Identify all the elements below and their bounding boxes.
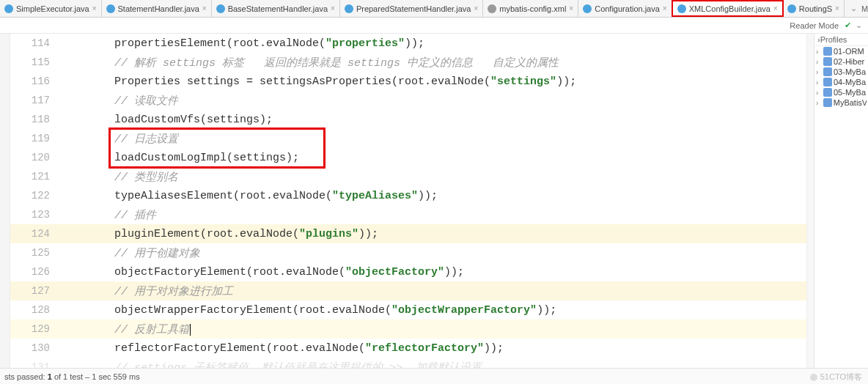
watermark-icon [810,374,817,381]
editor-tab[interactable]: PreparedStatementHandler.java× [340,0,483,17]
close-icon[interactable]: × [569,4,573,12]
editor-tab[interactable]: RoutingS× [783,0,845,17]
code-line[interactable]: 122 typeAliasesElement(root.evalNode("ty… [10,186,814,205]
line-number: 124 [10,228,75,240]
close-icon[interactable]: × [331,4,335,12]
sidebar-item[interactable]: ›01-ORM [814,46,868,56]
code-line[interactable]: 130 reflectorFactoryElement(root.evalNod… [10,339,814,358]
sidebar-item[interactable]: ›05-MyBa [814,87,868,97]
sidebar-item[interactable]: ›02-Hiber [814,56,868,67]
maven-tool-label[interactable]: Maven [861,4,868,13]
line-number: 114 [10,37,75,49]
line-number: 117 [10,95,75,106]
chevron-down-icon[interactable]: ⌄ [856,21,862,30]
sidebar-header-label: Profiles [820,35,847,44]
close-icon[interactable]: × [92,4,97,12]
chevron-right-icon[interactable]: › [816,68,823,76]
project-sidebar: › Profiles ›01-ORM›02-Hiber›03-MyBa›04-M… [814,34,868,368]
editor-tab-bar: SimpleExecutor.java×StatementHandler.jav… [0,0,868,18]
reader-mode-label[interactable]: Reader Mode [790,21,839,30]
code-text[interactable]: propertiesElement(root.evalNode("propert… [75,37,424,50]
close-icon[interactable]: × [773,4,778,12]
sidebar-item-label: 01-ORM [834,47,864,56]
code-text[interactable]: loadCustomVfs(settings); [75,114,273,126]
code-editor[interactable]: 114 propertiesElement(root.evalNode("pro… [10,34,814,368]
code-line[interactable]: 127 // 用于对对象进行加工 [10,281,814,300]
code-text[interactable]: // 读取文件 [75,94,178,108]
module-icon [823,88,832,97]
java-class-icon [345,4,353,13]
code-line[interactable]: 115 // 解析 settings 标签 返回的结果就是 settings 中… [10,53,814,72]
close-icon[interactable]: × [202,4,207,12]
code-line[interactable]: 129 // 反射工具箱 [10,320,814,339]
editor-tab-label: SimpleExecutor.java [16,4,89,13]
close-icon[interactable]: × [663,4,667,12]
editor-tab-label: BaseStatementHandler.java [228,4,328,13]
code-text[interactable]: objectWrapperFactoryElement(root.evalNod… [75,304,556,317]
code-text[interactable]: // settings 子标签赋值 默认值就是在这里提供的 >> 加载默认设置 [75,361,482,369]
editor-tab[interactable]: mybatis-config.xml× [483,0,578,17]
code-text[interactable]: // 反射工具箱 [75,322,191,336]
close-icon[interactable]: × [835,4,839,12]
code-line[interactable]: 124 pluginElement(root.evalNode("plugins… [10,224,814,243]
code-line[interactable]: 118 loadCustomVfs(settings); [10,110,814,129]
java-class-icon [583,4,592,13]
code-line[interactable]: 128 objectWrapperFactoryElement(root.eva… [10,300,814,320]
module-icon [823,67,832,76]
code-line[interactable]: 126 objectFactoryElement(root.evalNode("… [10,262,814,281]
chevron-right-icon[interactable]: › [816,99,823,107]
code-text[interactable]: // 用于创建对象 [75,246,200,260]
chevron-right-icon[interactable]: › [816,89,823,97]
code-line[interactable]: 121 // 类型别名 [10,167,814,186]
gutter-collapse-strip[interactable] [0,34,10,368]
chevron-right-icon[interactable]: › [816,48,823,56]
code-line[interactable]: 116 Properties settings = settingsAsProp… [10,72,814,91]
code-line[interactable]: 131 // settings 子标签赋值 默认值就是在这里提供的 >> 加载默… [10,358,814,368]
code-text[interactable]: typeAliasesElement(root.evalNode("typeAl… [75,190,438,202]
error-stripe[interactable] [806,34,814,368]
status-bar: sts passed: 1 of 1 test – 1 sec 559 ms 5… [0,368,868,384]
code-text[interactable]: // 用于对对象进行加工 [75,284,233,298]
code-text[interactable]: objectFactoryElement(root.evalNode("obje… [75,266,464,278]
line-number: 119 [10,133,75,144]
code-line[interactable]: 119 // 日志设置 [10,129,814,148]
editor-tab[interactable]: StatementHandler.java× [102,0,212,17]
line-number: 118 [10,114,75,125]
code-line[interactable]: 120 loadCustomLogImpl(settings); [10,148,814,167]
code-line[interactable]: 123 // 插件 [10,205,814,224]
text-caret [190,324,191,336]
line-number: 122 [10,190,75,202]
java-class-icon [677,4,686,13]
code-line[interactable]: 125 // 用于创建对象 [10,243,814,262]
sidebar-item[interactable]: ›MyBatisV [814,97,868,108]
line-number: 116 [10,75,75,87]
code-line[interactable]: 114 propertiesElement(root.evalNode("pro… [10,34,814,53]
code-text[interactable]: loadCustomLogImpl(settings); [75,152,299,164]
sidebar-item[interactable]: ›03-MyBa [814,67,868,77]
code-text[interactable]: // 日志设置 [75,132,178,146]
code-line[interactable]: 117 // 读取文件 [10,91,814,110]
close-icon[interactable]: × [474,4,478,12]
code-text[interactable]: // 类型别名 [75,170,178,184]
module-icon [823,98,832,107]
editor-tab[interactable]: SimpleExecutor.java× [0,0,102,17]
chevron-right-icon[interactable]: › [816,58,823,66]
editor-tab[interactable]: XMLConfigBuilder.java× [672,0,784,17]
chevron-right-icon[interactable]: › [816,78,823,86]
code-text[interactable]: Properties settings = settingsAsProperti… [75,75,576,88]
line-number: 128 [10,304,75,316]
editor-tab[interactable]: Configuration.java× [578,0,672,17]
check-icon: ✔ [845,21,851,30]
code-text[interactable]: reflectorFactoryElement(root.evalNode("r… [75,342,504,355]
code-text[interactable]: // 解析 settings 标签 返回的结果就是 settings 中定义的信… [75,56,559,70]
code-text[interactable]: // 插件 [75,208,156,222]
line-number: 121 [10,171,75,182]
chevron-down-icon[interactable]: ⌄ [850,4,857,13]
editor-tab-label: Configuration.java [595,4,660,13]
code-text[interactable]: pluginElement(root.evalNode("plugins")); [75,228,378,240]
java-class-icon [216,4,225,13]
breadcrumb-bar: Reader Mode ✔ ⌄ [0,18,868,34]
sidebar-header[interactable]: › Profiles [814,34,868,46]
editor-tab[interactable]: BaseStatementHandler.java× [212,0,340,17]
sidebar-item[interactable]: ›04-MyBa [814,77,868,87]
